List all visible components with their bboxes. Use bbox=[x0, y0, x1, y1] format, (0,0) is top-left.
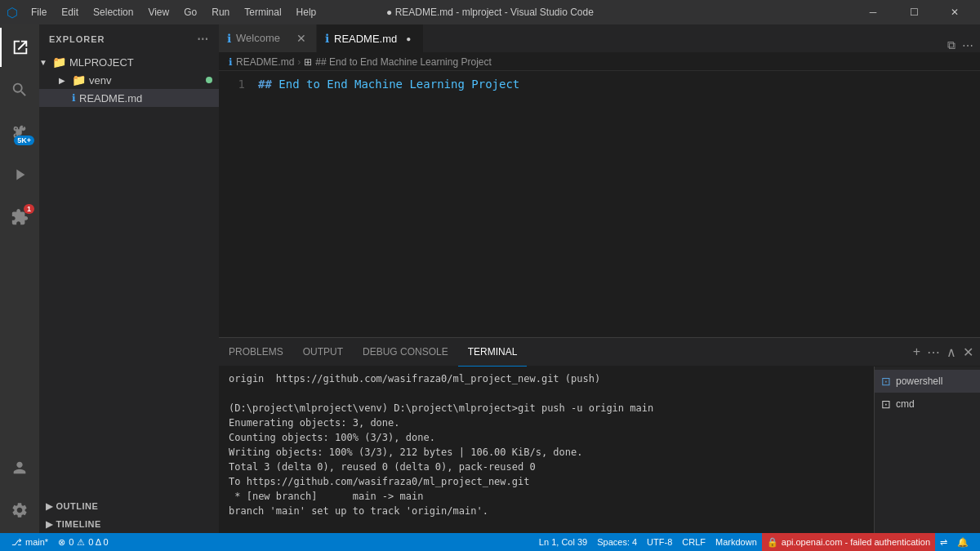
activity-source-control[interactable]: 5K+ bbox=[0, 113, 39, 152]
menu-edit[interactable]: Edit bbox=[55, 5, 85, 20]
spaces-status[interactable]: Spaces: 4 bbox=[592, 533, 642, 551]
terminal-label: TERMINAL bbox=[468, 346, 518, 358]
line-number-1: 1 bbox=[219, 76, 245, 93]
git-branch-status[interactable]: ⎇ main* bbox=[7, 533, 53, 551]
breadcrumb-symbol-icon: ⊞ bbox=[304, 56, 312, 68]
add-terminal-icon[interactable]: + bbox=[913, 344, 920, 359]
editor-content[interactable]: 1 ## End to End Machine Learning Project bbox=[219, 71, 980, 337]
menu-run[interactable]: Run bbox=[205, 5, 236, 20]
breadcrumb-file-icon: ℹ bbox=[229, 56, 233, 68]
terminal-line-4: Enumerating objects: 3, done. bbox=[229, 415, 864, 430]
terminal-line-5: Counting objects: 100% (3/3), done. bbox=[229, 430, 864, 445]
tab-problems[interactable]: PROBLEMS bbox=[219, 338, 293, 367]
tab-debug-console[interactable]: DEBUG CONSOLE bbox=[353, 338, 458, 367]
close-button[interactable]: ✕ bbox=[936, 0, 973, 24]
menu-file[interactable]: File bbox=[24, 5, 53, 20]
tab-output[interactable]: OUTPUT bbox=[293, 338, 353, 367]
file-tree: ▼ 📁 MLPROJECT ▶ 📁 venv ℹ README.md bbox=[39, 53, 219, 497]
breadcrumb-heading[interactable]: ## End to End Machine Learning Project bbox=[315, 56, 491, 68]
new-file-icon[interactable]: ⋯ bbox=[197, 33, 209, 46]
status-bar: ⎇ main* ⊗ 0 ⚠ 0 Δ 0 Ln 1, Col 39 Spaces:… bbox=[0, 533, 980, 551]
panel: PROBLEMS OUTPUT DEBUG CONSOLE TERMINAL +… bbox=[219, 337, 980, 533]
code-line-1: ## End to End Machine Learning Project bbox=[258, 76, 980, 93]
powershell-label: powershell bbox=[896, 375, 942, 387]
encoding-text: UTF-8 bbox=[647, 537, 672, 547]
tab-welcome[interactable]: ℹ Welcome ✕ bbox=[219, 24, 317, 52]
language-status[interactable]: Markdown bbox=[710, 533, 762, 551]
terminal-line-10: branch 'main' set up to track 'origin/ma… bbox=[229, 504, 864, 518]
menu-selection[interactable]: Selection bbox=[87, 5, 140, 20]
powershell-terminal[interactable]: ⊡ powershell bbox=[875, 370, 980, 393]
remote-icon-status[interactable]: ⇌ bbox=[935, 533, 952, 551]
terminal-line-6: Writing objects: 100% (3/3), 212 bytes |… bbox=[229, 445, 864, 460]
breadcrumb-file[interactable]: README.md bbox=[236, 56, 294, 68]
timeline-label: TIMELINE bbox=[56, 519, 101, 529]
terminal-line-7: Total 3 (delta 0), reused 0 (delta 0), p… bbox=[229, 460, 864, 474]
sidebar-header: EXPLORER ⋯ bbox=[39, 24, 219, 53]
menu-view[interactable]: View bbox=[141, 5, 176, 20]
sidebar: EXPLORER ⋯ ▼ 📁 MLPROJECT ▶ 📁 venv ℹ READ… bbox=[39, 24, 219, 533]
readme-file[interactable]: ℹ README.md bbox=[39, 89, 219, 107]
panel-maximize-icon[interactable]: ∧ bbox=[947, 344, 956, 360]
api-error-status[interactable]: 🔒 api.openai.com - failed authentication bbox=[762, 533, 935, 551]
terminal-line-11 bbox=[229, 518, 864, 533]
editor-area: ℹ Welcome ✕ ℹ README.md ● ⧉ ⋯ ℹ README.m… bbox=[219, 24, 980, 533]
activity-extensions[interactable]: 1 bbox=[0, 198, 39, 237]
terminal-output[interactable]: origin https://github.com/wasifraza0/ml_… bbox=[219, 367, 874, 533]
readme-tab-label: README.md bbox=[334, 33, 397, 45]
notification-icon-status[interactable]: 🔔 bbox=[952, 533, 973, 551]
code-area[interactable]: ## End to End Machine Learning Project bbox=[252, 71, 980, 337]
panel-tabs: PROBLEMS OUTPUT DEBUG CONSOLE TERMINAL +… bbox=[219, 338, 980, 367]
menu-terminal[interactable]: Terminal bbox=[238, 5, 287, 20]
breadcrumb-separator: › bbox=[297, 56, 301, 68]
menu-help[interactable]: Help bbox=[290, 5, 323, 20]
eol-status[interactable]: CRLF bbox=[677, 533, 710, 551]
terminal-line-8: To https://github.com/wasifraza0/ml_proj… bbox=[229, 474, 864, 489]
panel-close-icon[interactable]: ✕ bbox=[963, 344, 973, 360]
activity-search[interactable] bbox=[0, 70, 39, 109]
menu-go[interactable]: Go bbox=[177, 5, 203, 20]
tab-readme[interactable]: ℹ README.md ● bbox=[317, 24, 424, 52]
warning-icon: ⚠ bbox=[77, 537, 85, 548]
encoding-status[interactable]: UTF-8 bbox=[642, 533, 677, 551]
activity-settings[interactable] bbox=[0, 491, 39, 530]
project-folder[interactable]: ▼ 📁 MLPROJECT bbox=[39, 53, 219, 71]
cursor-position-status[interactable]: Ln 1, Col 39 bbox=[534, 533, 592, 551]
tab-terminal[interactable]: TERMINAL bbox=[458, 338, 528, 367]
terminal-line-1: origin https://github.com/wasifraza0/ml_… bbox=[229, 371, 864, 386]
source-control-badge: 5K+ bbox=[14, 136, 34, 145]
titlebar-left: ⬡ File Edit Selection View Go Run Termin… bbox=[7, 5, 323, 20]
cmd-terminal[interactable]: ⊡ cmd bbox=[875, 393, 980, 415]
maximize-button[interactable]: ☐ bbox=[895, 0, 933, 24]
readme-tab-icon: ℹ bbox=[325, 32, 329, 45]
eol-text: CRLF bbox=[682, 537, 706, 547]
activity-account[interactable] bbox=[0, 448, 39, 487]
errors-status[interactable]: ⊗ 0 ⚠ 0 Δ 0 bbox=[53, 533, 114, 551]
api-error-text: api.openai.com - failed authentication bbox=[782, 537, 930, 547]
heading-hashes: ## bbox=[258, 76, 278, 93]
main-area: 5K+ 1 EXPLORER ⋯ ▼ 📁 bbox=[0, 24, 980, 533]
window-controls: ─ ☐ ✕ bbox=[854, 0, 973, 24]
welcome-tab-close[interactable]: ✕ bbox=[295, 32, 308, 45]
timeline-chevron-icon: ▶ bbox=[46, 519, 53, 530]
outline-section[interactable]: ▶ OUTLINE bbox=[39, 497, 219, 515]
outline-label: OUTLINE bbox=[56, 501, 99, 511]
more-tabs-icon[interactable]: ⋯ bbox=[962, 39, 973, 52]
minimize-button[interactable]: ─ bbox=[854, 0, 892, 24]
sidebar-title: EXPLORER bbox=[49, 34, 105, 44]
venv-folder[interactable]: ▶ 📁 venv bbox=[39, 71, 219, 89]
problems-label: PROBLEMS bbox=[229, 346, 283, 358]
editor-tabs: ℹ Welcome ✕ ℹ README.md ● ⧉ ⋯ bbox=[219, 24, 980, 53]
readme-tab-dirty[interactable]: ● bbox=[402, 34, 415, 43]
timeline-section[interactable]: ▶ TIMELINE bbox=[39, 515, 219, 533]
split-editor-icon[interactable]: ⧉ bbox=[947, 38, 956, 52]
activity-bar: 5K+ 1 bbox=[0, 24, 39, 533]
activity-run-debug[interactable] bbox=[0, 155, 39, 194]
git-branch-icon: ⎇ bbox=[11, 537, 22, 548]
panel-more-icon[interactable]: ⋯ bbox=[927, 344, 940, 360]
activity-explorer[interactable] bbox=[0, 28, 39, 67]
venv-label: venv bbox=[89, 74, 111, 87]
folder-chevron-icon: ▼ bbox=[39, 58, 49, 67]
error-count: 0 bbox=[69, 537, 74, 547]
warning-count: 0 Δ 0 bbox=[88, 537, 108, 547]
